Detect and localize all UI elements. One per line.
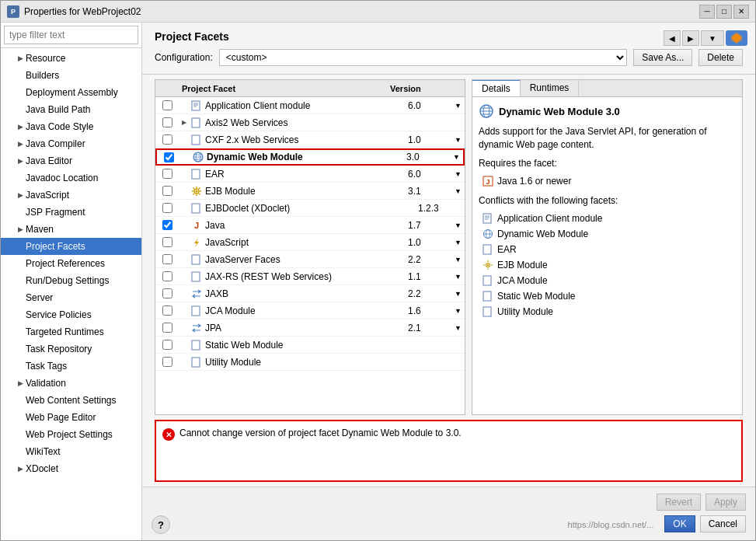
window-controls: ─ □ ✕ <box>699 5 749 19</box>
facet-row-axis2[interactable]: ▶ Axis2 Web Services <box>155 114 465 131</box>
facet-checkbox-utility[interactable] <box>162 357 172 367</box>
facet-row-ear[interactable]: EAR 6.0 ▼ <box>155 166 465 183</box>
facet-version-ejbdoclet: 1.2.3 <box>418 203 465 214</box>
facet-row-jaxrs[interactable]: JAX-RS (REST Web Services) 1.1 ▼ <box>155 268 465 285</box>
facet-version-dynamic-web: 3.0 <box>406 152 453 162</box>
revert-button[interactable]: Revert <box>657 494 701 511</box>
nav-forward-button[interactable]: ▶ <box>682 30 699 46</box>
svg-line-22 <box>199 187 200 189</box>
facet-checkbox-jaxrs[interactable] <box>162 271 172 281</box>
facet-check-ejbdoclet <box>155 203 179 213</box>
help-button[interactable]: ? <box>152 515 170 534</box>
facet-row-java[interactable]: J Java 1.7 ▼ <box>155 217 465 234</box>
tab-runtimes[interactable]: Runtimes <box>521 80 580 96</box>
sidebar-item-java-build-path[interactable]: Java Build Path <box>1 101 141 118</box>
facet-check-dynamic-web <box>157 152 180 162</box>
bottom-row: ? https://blog.csdn.net/... OK Cancel <box>152 515 746 534</box>
page-icon <box>191 100 202 111</box>
facet-name-jaxb: JAXB <box>205 288 408 299</box>
facet-checkbox-app-client[interactable] <box>162 100 172 110</box>
svg-rect-13 <box>192 169 200 179</box>
sidebar-item-validation[interactable]: ▶ Validation <box>1 375 141 392</box>
sidebar-item-run-debug[interactable]: Run/Debug Settings <box>1 272 141 289</box>
sidebar-item-project-facets[interactable]: Project Facets <box>1 238 141 255</box>
sidebar-item-javadoc-location[interactable]: Javadoc Location <box>1 169 141 187</box>
sidebar-item-xdoclet[interactable]: ▶ XDoclet <box>1 460 141 477</box>
close-button[interactable]: ✕ <box>733 5 749 19</box>
facet-name-dynamic-web: Dynamic Web Module <box>207 152 406 162</box>
delete-button[interactable]: Delete <box>699 49 743 66</box>
sidebar-item-project-references[interactable]: Project References <box>1 255 141 272</box>
sidebar-item-java-compiler[interactable]: ▶ Java Compiler <box>1 135 141 152</box>
facet-row-jpa[interactable]: JPA 2.1 ▼ <box>155 319 465 337</box>
facet-checkbox-jsf[interactable] <box>162 254 172 264</box>
cancel-button[interactable]: Cancel <box>700 515 746 532</box>
facet-row-ejb[interactable]: EJB Module 3.1 ▼ <box>155 183 465 200</box>
details-requires-java: J Java 1.6 or newer <box>479 173 736 189</box>
nav-back-button[interactable]: ◀ <box>664 30 681 46</box>
tab-details[interactable]: Details <box>472 79 521 96</box>
facet-checkbox-ear[interactable] <box>162 169 172 179</box>
panel-header: Project Facets ◀ ▶ ▼ Configuration: <box>142 23 755 75</box>
facet-row-dynamic-web[interactable]: Dynamic Web Module 3.0 ▼ <box>155 148 465 166</box>
sidebar-item-web-page-editor[interactable]: Web Page Editor <box>1 409 141 426</box>
sidebar-item-web-project-settings[interactable]: Web Project Settings <box>1 426 141 443</box>
sidebar-item-service-policies[interactable]: Service Policies <box>1 306 141 323</box>
sidebar-item-java-code-style[interactable]: ▶ Java Code Style <box>1 118 141 135</box>
svg-rect-28 <box>192 306 200 316</box>
sidebar-item-deployment-assembly[interactable]: Deployment Assembly <box>1 84 141 101</box>
facet-checkbox-axis2[interactable] <box>162 117 172 127</box>
facets-table: Project Facet Version <box>155 79 465 415</box>
facet-checkbox-static-web[interactable] <box>162 340 172 350</box>
config-select[interactable]: <custom> <box>219 49 628 66</box>
facet-name-java: Java <box>205 220 408 231</box>
sidebar-item-java-editor[interactable]: ▶ Java Editor <box>1 152 141 169</box>
facet-checkbox-ejbdoclet[interactable] <box>162 203 172 213</box>
facet-row-ejbdoclet[interactable]: EJBDoclet (XDoclet) 1.2.3 <box>155 200 465 217</box>
sidebar-item-resource[interactable]: ▶ Resource <box>1 50 141 67</box>
expand-arrow-jsp <box>15 207 26 218</box>
sidebar-item-task-tags[interactable]: Task Tags <box>1 358 141 375</box>
facet-checkbox-jca[interactable] <box>162 305 172 316</box>
facet-check-java <box>155 220 179 230</box>
facet-checkbox-jpa[interactable] <box>162 323 172 333</box>
sidebar-item-jsp-fragment[interactable]: JSP Fragment <box>1 204 141 221</box>
conflict-icon-ejb <box>482 259 494 271</box>
facet-version-arrow-ejb: ▼ <box>455 187 465 195</box>
facet-checkbox-ejb[interactable] <box>162 186 172 196</box>
facet-checkbox-javascript-facet[interactable] <box>162 237 172 247</box>
sidebar-item-server[interactable]: Server <box>1 289 141 306</box>
facet-row-jsf[interactable]: JavaServer Faces 2.2 ▼ <box>155 251 465 268</box>
sidebar-item-task-repository[interactable]: Task Repository <box>1 340 141 358</box>
col-version-header: Version <box>390 84 452 93</box>
sidebar-item-targeted-runtimes[interactable]: Targeted Runtimes <box>1 323 141 340</box>
facet-checkbox-jaxb[interactable] <box>162 288 172 298</box>
sidebar-item-web-content-settings[interactable]: Web Content Settings <box>1 392 141 409</box>
facet-version-jaxrs: 1.1 <box>408 271 455 282</box>
facet-row-cxf[interactable]: CXF 2.x Web Services 1.0 ▼ <box>155 131 465 148</box>
facet-row-app-client[interactable]: Application Client module 6.0 ▼ <box>155 97 465 114</box>
facet-row-static-web[interactable]: Static Web Module <box>155 337 465 354</box>
facet-checkbox-cxf[interactable] <box>162 134 172 145</box>
search-input[interactable] <box>4 26 138 44</box>
facet-row-utility[interactable]: Utility Module <box>155 354 465 371</box>
facet-checkbox-dynamic-web[interactable] <box>164 152 174 162</box>
maximize-button[interactable]: □ <box>716 5 732 19</box>
facet-row-jca[interactable]: JCA Module 1.6 ▼ <box>155 302 465 319</box>
save-as-button[interactable]: Save As... <box>633 49 692 66</box>
sidebar-item-wikitext[interactable]: WikiText <box>1 443 141 460</box>
expand-arrow-resource: ▶ <box>15 53 26 64</box>
sidebar-item-builders[interactable]: Builders <box>1 67 141 84</box>
facet-row-jaxb[interactable]: JAXB 2.2 ▼ <box>155 285 465 302</box>
page-icon-jaxrs <box>191 271 202 282</box>
nav-dropdown-button[interactable]: ▼ <box>701 30 724 46</box>
facet-icon-ejbdoclet <box>190 201 204 215</box>
facet-row-javascript-facet[interactable]: JavaScript 1.0 ▼ <box>155 234 465 251</box>
sidebar-item-maven[interactable]: ▶ Maven <box>1 221 141 238</box>
apply-button[interactable]: Apply <box>705 494 746 511</box>
svg-rect-29 <box>192 340 200 350</box>
sidebar-item-javascript[interactable]: ▶ JavaScript <box>1 187 141 204</box>
ok-button[interactable]: OK <box>664 515 695 532</box>
minimize-button[interactable]: ─ <box>699 5 715 19</box>
facet-checkbox-java[interactable] <box>162 220 172 230</box>
